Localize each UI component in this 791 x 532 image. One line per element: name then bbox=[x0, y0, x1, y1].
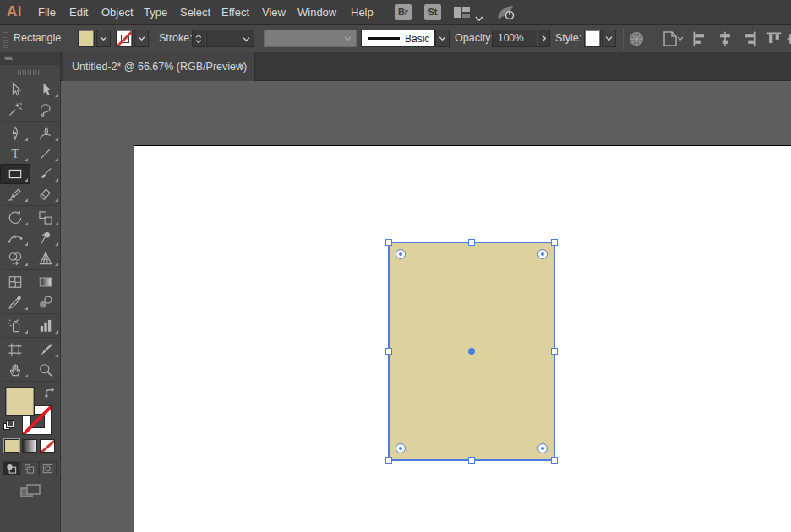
eyedropper-tool[interactable] bbox=[0, 292, 30, 312]
selection-handle-bottom-left[interactable] bbox=[385, 457, 392, 464]
gradient-tool[interactable] bbox=[30, 272, 61, 292]
perspective-grid-tool[interactable] bbox=[30, 248, 61, 269]
menu-object[interactable]: Object bbox=[98, 0, 137, 25]
color-button[interactable] bbox=[4, 439, 19, 453]
opacity-field[interactable]: 100% bbox=[492, 30, 538, 47]
gradient-button[interactable] bbox=[22, 439, 37, 453]
stock-button[interactable]: St bbox=[424, 4, 441, 20]
lasso-tool[interactable] bbox=[30, 100, 61, 120]
brush-definition-dropdown[interactable]: Basic bbox=[361, 30, 435, 47]
slice-tool[interactable] bbox=[30, 339, 61, 360]
width-tool[interactable] bbox=[0, 228, 30, 248]
pen-tool[interactable] bbox=[0, 123, 30, 144]
tools-collapse-icon[interactable]: «« bbox=[0, 52, 60, 65]
stroke-swatch-dropdown[interactable] bbox=[134, 30, 149, 47]
scale-tool[interactable] bbox=[30, 208, 61, 228]
selection-handle-mid-left[interactable] bbox=[385, 348, 392, 355]
brush-definition-chevron[interactable] bbox=[435, 30, 450, 47]
controlbar-divider bbox=[652, 28, 652, 50]
draw-normal-button[interactable] bbox=[3, 461, 20, 475]
column-graph-tool[interactable] bbox=[30, 316, 61, 336]
live-corner-widget-top-right[interactable] bbox=[537, 249, 548, 259]
align-vertical-center-icon[interactable] bbox=[786, 30, 791, 51]
rotate-tool[interactable] bbox=[0, 208, 30, 228]
paintbrush-tool[interactable] bbox=[30, 164, 61, 184]
menu-type[interactable]: Type bbox=[140, 0, 171, 25]
document-setup-icon[interactable] bbox=[660, 30, 684, 51]
symbol-sprayer-tool[interactable] bbox=[0, 316, 30, 336]
stroke-color-swatch[interactable] bbox=[116, 30, 133, 47]
hand-tool[interactable] bbox=[0, 360, 30, 380]
selection-handle-top-mid[interactable] bbox=[468, 239, 475, 246]
document-tab-title: Untitled-2* @ 66.67% (RGB/Preview) bbox=[72, 52, 247, 81]
align-center-icon[interactable] bbox=[717, 30, 734, 51]
draw-behind-button[interactable] bbox=[20, 461, 38, 475]
opacity-label[interactable]: Opacity: bbox=[455, 32, 494, 46]
stroke-weight-field[interactable] bbox=[206, 30, 254, 47]
rectangle-tool[interactable] bbox=[0, 164, 30, 184]
menu-window[interactable]: Window bbox=[294, 0, 340, 25]
object-center-point[interactable] bbox=[468, 348, 475, 355]
chevron-down-icon[interactable] bbox=[475, 10, 483, 25]
recolor-artwork-icon[interactable] bbox=[628, 30, 645, 51]
fill-color-swatch[interactable] bbox=[78, 30, 95, 47]
screen-mode-button[interactable] bbox=[19, 483, 42, 500]
selection-handle-top-left[interactable] bbox=[385, 239, 392, 246]
align-left-icon[interactable] bbox=[691, 30, 708, 51]
selected-rectangle-object[interactable] bbox=[388, 242, 555, 461]
mesh-tool[interactable] bbox=[0, 272, 30, 292]
direct-selection-tool[interactable] bbox=[30, 79, 61, 100]
menu-select[interactable]: Select bbox=[177, 0, 214, 25]
stroke-weight-label[interactable]: Stroke: bbox=[159, 32, 193, 46]
line-segment-tool[interactable] bbox=[30, 144, 61, 164]
live-corner-widget-bottom-left[interactable] bbox=[396, 443, 406, 453]
blend-tool[interactable] bbox=[30, 292, 61, 312]
align-top-icon[interactable] bbox=[766, 30, 783, 51]
menu-file[interactable]: File bbox=[35, 0, 59, 25]
document-tab[interactable]: Untitled-2* @ 66.67% (RGB/Preview) × bbox=[63, 52, 255, 81]
live-corner-widget-bottom-right[interactable] bbox=[537, 443, 548, 453]
selection-handle-mid-right[interactable] bbox=[551, 348, 558, 355]
menu-effect[interactable]: Effect bbox=[218, 0, 253, 25]
default-fill-stroke-icon[interactable] bbox=[3, 421, 16, 432]
bridge-button[interactable]: Br bbox=[395, 4, 412, 20]
brush-stroke-preview bbox=[368, 37, 400, 40]
document-tab-bar: Untitled-2* @ 66.67% (RGB/Preview) × bbox=[61, 52, 791, 81]
workspace-switcher-icon[interactable] bbox=[453, 6, 472, 23]
eraser-tool[interactable] bbox=[30, 184, 61, 204]
swap-fill-stroke-icon[interactable] bbox=[44, 388, 57, 404]
zoom-tool[interactable] bbox=[30, 360, 61, 380]
stroke-weight-stepper[interactable] bbox=[192, 30, 205, 47]
app-logo[interactable]: Ai bbox=[7, 3, 22, 20]
opacity-dropdown-arrow[interactable] bbox=[537, 30, 550, 47]
none-button[interactable] bbox=[40, 439, 55, 453]
gpu-performance-icon[interactable] bbox=[495, 3, 517, 25]
canvas-area[interactable] bbox=[61, 81, 791, 532]
puppet-warp-tool[interactable] bbox=[30, 228, 61, 248]
selection-handle-bottom-mid[interactable] bbox=[468, 457, 475, 464]
type-tool[interactable]: T bbox=[0, 144, 30, 164]
curvature-tool[interactable] bbox=[30, 123, 61, 144]
menubar-divider bbox=[385, 5, 385, 20]
magic-wand-tool[interactable] bbox=[0, 100, 30, 120]
shape-builder-tool[interactable] bbox=[0, 248, 30, 269]
controlbar-grip[interactable] bbox=[3, 30, 8, 48]
style-dropdown[interactable] bbox=[602, 30, 616, 47]
menu-edit[interactable]: Edit bbox=[66, 0, 91, 25]
menu-help[interactable]: Help bbox=[347, 0, 377, 25]
live-corner-widget-top-left[interactable] bbox=[396, 249, 406, 259]
selection-handle-bottom-right[interactable] bbox=[551, 457, 558, 464]
tab-close-icon[interactable]: × bbox=[236, 60, 248, 72]
draw-inside-button[interactable] bbox=[39, 461, 57, 475]
selection-handle-top-right[interactable] bbox=[551, 239, 558, 246]
style-swatch[interactable] bbox=[584, 30, 601, 47]
align-right-icon[interactable] bbox=[740, 30, 757, 51]
fill-swatch-dropdown[interactable] bbox=[96, 30, 111, 47]
selection-tool[interactable] bbox=[0, 79, 30, 100]
artboard-tool[interactable] bbox=[0, 339, 30, 360]
tools-grip[interactable] bbox=[18, 70, 43, 75]
shaper-tool[interactable] bbox=[0, 184, 30, 204]
menu-bar: Ai File Edit Object Type Select Effect V… bbox=[0, 0, 791, 25]
menu-view[interactable]: View bbox=[259, 0, 289, 25]
fill-proxy-swatch[interactable] bbox=[5, 387, 35, 416]
